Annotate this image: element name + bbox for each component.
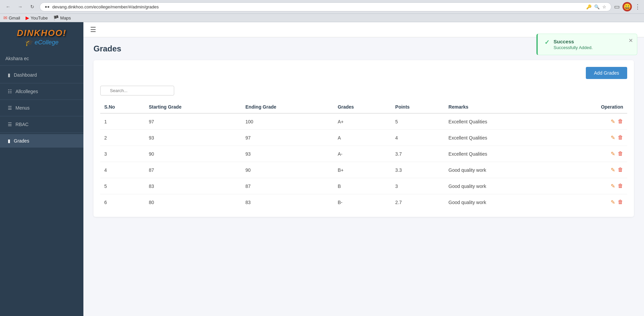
zoom-icon: 🔍 [594,4,600,9]
menu-dots-icon[interactable]: ⋮ [635,3,641,10]
sidebar-item-grades-label: Grades [14,138,29,144]
maps-icon: 🏴 [53,15,59,21]
cell-remarks: Good quality work [445,194,556,210]
cell-operation: ✎ 🗑 [555,146,627,162]
star-icon: ☆ [602,4,606,9]
cell-grade: A [334,130,391,146]
search-input[interactable] [100,86,174,95]
sidebar-item-dashboard[interactable]: ▮ Dashboard [0,68,83,82]
extension-icon: ▭ [614,3,620,10]
success-notification: ✓ Success Successfully Added. ✕ [536,34,637,55]
delete-icon[interactable]: 🗑 [618,151,623,157]
edit-icon[interactable]: ✎ [611,118,615,125]
cell-sno: 6 [100,194,145,210]
delete-icon[interactable]: 🗑 [618,118,623,125]
sidebar-item-grades[interactable]: ▮ Grades [0,134,83,148]
col-ending-grade: Ending Grade [241,101,334,113]
cell-ending: 93 [241,146,334,162]
cell-ending: 100 [241,113,334,130]
cell-operation: ✎ 🗑 [555,178,627,194]
cell-grade: B- [334,194,391,210]
table-row: 4 87 90 B+ 3.3 Good quality work ✎ 🗑 [100,162,627,178]
table-row: 1 97 100 A+ 5 Excellent Qualities ✎ 🗑 [100,113,627,130]
cell-remarks: Good quality work [445,178,556,194]
cell-sno: 1 [100,113,145,130]
edit-icon[interactable]: ✎ [611,183,615,189]
sidebar-item-dashboard-label: Dashboard [14,72,37,78]
cell-points: 3.7 [391,146,444,162]
cell-ending: 97 [241,130,334,146]
col-starting-grade: Starting Grade [145,101,241,113]
allcolleges-icon: ☷ [8,89,12,94]
bookmark-gmail[interactable]: ✉ Gmail [3,15,20,21]
main-content: ☰ ✓ Success Successfully Added. ✕ Grades… [83,22,644,316]
edit-icon[interactable]: ✎ [611,199,615,205]
browser-chrome: ← → ↻ ●● devang.dinkhoo.com/ecollege/mem… [0,0,644,14]
col-grades: Grades [334,101,391,113]
key-icon: 🔑 [586,4,592,9]
delete-icon[interactable]: 🗑 [618,199,623,205]
cell-points: 3 [391,178,444,194]
table-toolbar: Add Grades [100,67,627,79]
menus-icon: ☰ [8,105,12,111]
cell-remarks: Good quality work [445,162,556,178]
bookmark-maps[interactable]: 🏴 Maps [53,15,71,21]
sidebar: DINKHOO! 🎓 eCollege Akshara ec ▮ Dashboa… [0,22,83,316]
dashboard-icon: ▮ [8,72,10,78]
sidebar-divider-4 [0,132,83,133]
bookmarks-bar: ✉ Gmail ▶ YouTube 🏴 Maps [0,14,644,22]
cell-grade: A+ [334,113,391,130]
cell-grade: B+ [334,162,391,178]
username: Akshara ec [5,56,29,61]
add-grades-button[interactable]: Add Grades [586,67,627,79]
hamburger-icon[interactable]: ☰ [90,26,96,34]
bookmark-youtube[interactable]: ▶ YouTube [26,15,48,21]
cell-operation: ✎ 🗑 [555,130,627,146]
cell-sno: 3 [100,146,145,162]
table-body: 1 97 100 A+ 5 Excellent Qualities ✎ 🗑 2 … [100,113,627,210]
back-button[interactable]: ← [3,2,13,11]
gmail-icon: ✉ [3,15,7,21]
logo-dinkhoo: DINKHOO! [5,28,78,38]
notification-close-button[interactable]: ✕ [629,37,633,44]
search-wrapper: 🔍 [100,86,174,95]
cell-starting: 93 [145,130,241,146]
sidebar-item-menus-label: Menus [15,105,30,111]
maps-label: Maps [60,15,71,21]
cell-points: 2.7 [391,194,444,210]
cell-remarks: Excellent Qualities [445,146,556,162]
cell-grade: A- [334,146,391,162]
reload-button[interactable]: ↻ [28,2,37,11]
cell-remarks: Excellent Qualities [445,130,556,146]
logo-ecollege: 🎓 eCollege [5,38,78,46]
address-bar[interactable]: ●● devang.dinkhoo.com/ecollege/member/#/… [40,2,611,11]
sidebar-item-rbac[interactable]: ☰ RBAC [0,118,83,131]
grades-table: S.No Starting Grade Ending Grade Grades … [100,101,627,210]
sidebar-item-allcolleges-label: Allcolleges [15,89,38,94]
sidebar-item-allcolleges[interactable]: ☷ Allcolleges [0,85,83,98]
sidebar-nav: ▮ Dashboard ☷ Allcolleges ☰ Menus ☰ RBAC… [0,66,83,316]
cell-starting: 90 [145,146,241,162]
delete-icon[interactable]: 🗑 [618,167,623,173]
cell-remarks: Excellent Qualities [445,113,556,130]
sidebar-item-menus[interactable]: ☰ Menus [0,101,83,115]
security-icon: ●● [45,4,50,9]
cap-icon: 🎓 [25,38,33,46]
table-header-row: S.No Starting Grade Ending Grade Grades … [100,101,627,113]
forward-button[interactable]: → [15,2,25,11]
delete-icon[interactable]: 🗑 [618,183,623,189]
sidebar-divider-3 [0,116,83,116]
table-card: Add Grades 🔍 S.No Starting Grade Ending … [93,60,634,217]
sidebar-logo: DINKHOO! 🎓 eCollege [0,22,83,52]
edit-icon[interactable]: ✎ [611,167,615,173]
col-sno: S.No [100,101,145,113]
check-icon: ✓ [544,39,550,46]
cell-operation: ✎ 🗑 [555,162,627,178]
delete-icon[interactable]: 🗑 [618,134,623,141]
edit-icon[interactable]: ✎ [611,151,615,157]
ecollege-text: eCollege [35,39,59,46]
table-row: 5 83 87 B 3 Good quality work ✎ 🗑 [100,178,627,194]
table-row: 6 80 83 B- 2.7 Good quality work ✎ 🗑 [100,194,627,210]
cell-ending: 83 [241,194,334,210]
edit-icon[interactable]: ✎ [611,134,615,141]
